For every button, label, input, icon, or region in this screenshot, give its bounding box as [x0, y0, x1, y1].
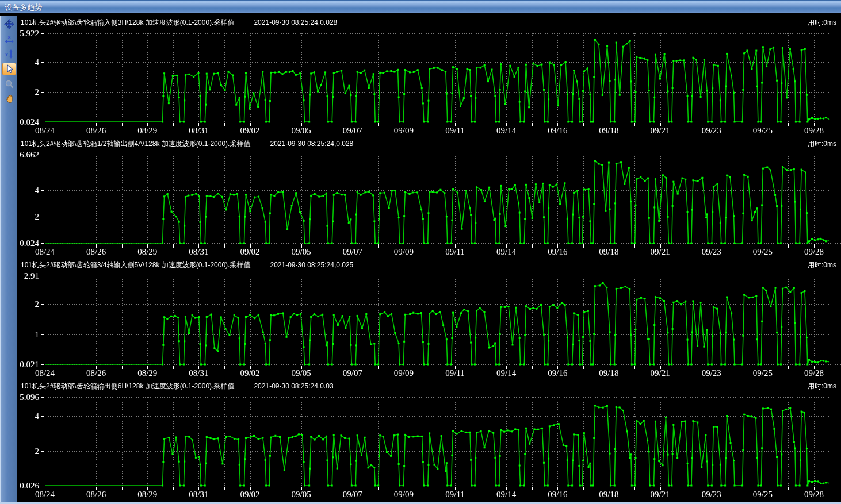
x-axis-label: 09/07 [343, 125, 362, 136]
trend-window: 设备多趋势 X Y [0, 0, 841, 504]
chart-header: 101机头2#驱动部\齿轮箱输出侧6H\128k 加速度波形(0.1-2000)… [21, 382, 334, 391]
elapsed-time: 用时:0ms [808, 382, 836, 391]
x-axis-label: 09/14 [496, 125, 516, 136]
chart-plot[interactable] [17, 16, 841, 137]
elapsed-time: 用时:0ms [808, 18, 836, 28]
x-axis-label: 08/26 [86, 489, 106, 499]
x-axis-label: 09/25 [753, 247, 773, 257]
window-title: 设备多趋势 [5, 3, 42, 11]
chart-header: 101机头2#驱动部\齿轮箱1/2轴输出侧4A\128k 加速度波形(0.1-2… [21, 139, 353, 149]
x-axis-label: 09/14 [496, 489, 516, 499]
move-chart-button[interactable] [2, 18, 16, 30]
chart-title: 101机头2#驱动部\齿轮箱输入侧3H\128k 加速度波形(0.1-2000)… [21, 18, 234, 26]
x-axis-label: 09/21 [651, 489, 670, 499]
x-axis-label: 09/28 [804, 368, 824, 378]
x-axis-label: 09/07 [343, 247, 362, 257]
chart-title: 101机头2#驱动部\齿轮箱输出侧6H\128k 加速度波形(0.1-2000)… [21, 382, 234, 390]
chart-plot[interactable] [17, 259, 841, 380]
x-axis-label: 08/24 [35, 125, 55, 136]
x-axis-label: 09/09 [394, 247, 414, 257]
y-axis-label: 5.096 [17, 392, 39, 402]
chart-plot[interactable] [17, 380, 841, 502]
x-axis-label: 08/29 [137, 125, 157, 136]
window-titlebar[interactable]: 设备多趋势 [0, 0, 841, 14]
elapsed-time: 用时:0ms [808, 260, 836, 270]
x-axis-label: 09/14 [496, 368, 516, 378]
x-axis-scale-button[interactable]: X [2, 33, 16, 45]
x-axis-label: 09/05 [292, 125, 311, 136]
x-axis-label: 09/23 [702, 368, 721, 378]
x-axis-label: 08/24 [35, 489, 55, 499]
chart-title: 101机头2#驱动部\齿轮箱1/2轴输出侧4A\128k 加速度波形(0.1-2… [21, 140, 250, 148]
trend-panel: 101机头2#驱动部\齿轮箱输出侧6H\128k 加速度波形(0.1-2000)… [17, 380, 841, 502]
y-axis-scale-icon: Y [4, 49, 14, 59]
x-axis-label: 09/18 [599, 489, 618, 499]
x-axis-label: 08/24 [35, 368, 55, 378]
x-axis-label: 09/16 [548, 368, 567, 378]
chart-timestamp: 2021-09-30 08:25:24,0.028 [270, 140, 353, 148]
x-axis-label: 09/11 [445, 125, 465, 136]
x-axis-label: 09/09 [394, 489, 414, 499]
y-axis-label: 2.91 [17, 271, 39, 281]
x-axis-label: 09/25 [753, 125, 773, 136]
x-axis-label: 09/11 [445, 247, 465, 257]
x-axis-label: 09/05 [292, 489, 311, 499]
x-axis-label: 09/28 [804, 125, 824, 136]
x-axis-label: 08/31 [189, 489, 208, 499]
x-axis-label: 08/29 [137, 368, 157, 378]
x-axis-label: 08/26 [86, 125, 106, 136]
x-axis-label: 09/02 [240, 125, 259, 136]
pan-hand-icon [4, 94, 14, 104]
x-axis-label: 09/14 [496, 247, 516, 257]
y-axis-label: 4 [17, 57, 39, 67]
y-axis-label: 1 [17, 329, 39, 340]
chart-title: 101机头2#驱动部\齿轮箱3/4轴输入侧5V\128k 加速度波形(0.1-2… [21, 261, 250, 269]
x-axis-label: 09/05 [292, 368, 311, 378]
select-cursor-button[interactable] [2, 63, 16, 75]
chart-timestamp: 2021-09-30 08:25:24,0.025 [270, 261, 353, 269]
x-axis-label: 09/11 [445, 489, 465, 499]
y-axis-label: 4 [17, 185, 39, 195]
x-axis-scale-icon: X [4, 34, 14, 44]
pan-hand-button[interactable] [2, 93, 16, 105]
x-axis-label: 09/25 [753, 489, 773, 499]
y-axis-label: 6.662 [17, 149, 39, 160]
zoom-button[interactable] [2, 78, 16, 90]
x-axis-label: 09/21 [651, 125, 670, 136]
svg-text:X: X [7, 34, 10, 40]
x-axis-label: 09/28 [804, 489, 824, 499]
y-axis-label: 5.922 [17, 28, 39, 39]
y-axis-label: 2 [17, 87, 39, 97]
x-axis-label: 09/21 [651, 247, 670, 257]
x-axis-label: 09/23 [702, 247, 721, 257]
x-axis-label: 09/28 [804, 247, 824, 257]
x-axis-label: 08/26 [86, 368, 106, 378]
x-axis-label: 09/09 [394, 368, 414, 378]
x-axis-label: 09/23 [702, 125, 721, 136]
chart-plot[interactable] [17, 137, 841, 259]
x-axis-label: 09/11 [445, 368, 465, 378]
move-chart-icon [4, 19, 14, 29]
x-axis-label: 09/16 [548, 125, 567, 136]
zoom-icon [4, 79, 14, 89]
tool-sidebar: X Y [0, 16, 17, 502]
x-axis-label: 08/26 [86, 247, 106, 257]
y-axis-scale-button[interactable]: Y [2, 48, 16, 60]
y-axis-label: 2 [17, 446, 39, 456]
chart-timestamp: 2021-09-30 08:25:24,0.03 [254, 382, 333, 390]
x-axis-label: 09/09 [394, 125, 414, 136]
trend-panel: 101机头2#驱动部\齿轮箱3/4轴输入侧5V\128k 加速度波形(0.1-2… [17, 259, 841, 380]
x-axis-label: 09/23 [702, 489, 721, 499]
trend-panel: 101机头2#驱动部\齿轮箱1/2轴输出侧4A\128k 加速度波形(0.1-2… [17, 137, 841, 259]
trend-panel: 101机头2#驱动部\齿轮箱输入侧3H\128k 加速度波形(0.1-2000)… [17, 16, 841, 137]
chart-header: 101机头2#驱动部\齿轮箱输入侧3H\128k 加速度波形(0.1-2000)… [21, 18, 337, 28]
x-axis-label: 08/24 [35, 247, 55, 257]
x-axis-label: 09/02 [240, 368, 259, 378]
x-axis-label: 08/31 [189, 247, 208, 257]
chart-header: 101机头2#驱动部\齿轮箱3/4轴输入侧5V\128k 加速度波形(0.1-2… [21, 260, 353, 270]
x-axis-label: 09/07 [343, 368, 362, 378]
x-axis-label: 09/21 [651, 368, 670, 378]
x-axis-label: 09/25 [753, 368, 773, 378]
chart-timestamp: 2021-09-30 08:25:24,0.028 [254, 18, 337, 26]
x-axis-label: 09/16 [548, 489, 567, 499]
